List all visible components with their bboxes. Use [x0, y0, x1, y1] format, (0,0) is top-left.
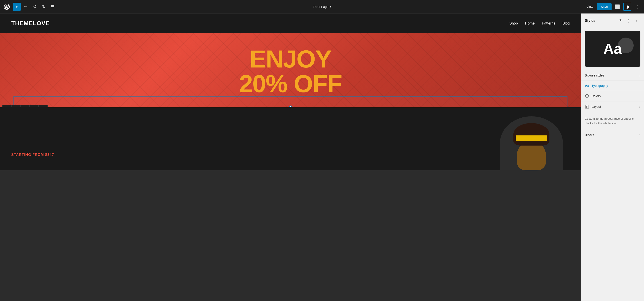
panel-more-button[interactable]: ⋮: [625, 17, 632, 24]
browse-styles-label: Browse styles: [585, 73, 604, 77]
list-icon: ☰: [51, 4, 54, 9]
layout-item[interactable]: Layout ›: [581, 101, 644, 112]
layout-icon: [585, 105, 589, 109]
view-button[interactable]: View: [584, 3, 595, 10]
page-title-label: Front Page: [313, 5, 328, 8]
site-logo: THEMELOVE: [11, 20, 50, 27]
plus-icon: +: [16, 5, 18, 9]
style-preview-card[interactable]: Aa: [585, 31, 640, 67]
colors-item[interactable]: Colors: [581, 91, 644, 101]
list-view-button[interactable]: ☰: [49, 3, 57, 11]
hero-line-2: 20% OFF: [11, 71, 570, 96]
styles-toggle-button[interactable]: ◑: [623, 3, 632, 11]
typography-icon: Aa: [585, 84, 589, 87]
right-panel: Styles 👁 ⋮ › Aa Browse styles ›: [581, 13, 644, 301]
style-preview-text: Aa: [604, 40, 622, 57]
eye-icon: 👁: [619, 19, 622, 23]
undo-icon: ↺: [33, 4, 36, 9]
panel-title: Styles: [585, 19, 595, 23]
svg-point-2: [586, 94, 589, 98]
panel-description: Customize the appearance of specific blo…: [581, 112, 644, 130]
nav-home[interactable]: Home: [525, 21, 535, 25]
copy-block-button[interactable]: ⧉: [2, 105, 12, 107]
panel-expand-icon: ›: [636, 18, 638, 23]
redo-button[interactable]: ↻: [40, 3, 48, 11]
site-header: THEMELOVE Shop Home Patterns Blog: [0, 13, 581, 33]
colors-icon: [585, 94, 589, 98]
blocks-item[interactable]: Blocks ›: [581, 130, 644, 140]
site-navigation: Shop Home Patterns Blog: [509, 21, 570, 25]
panel-header-actions: 👁 ⋮ ›: [617, 17, 640, 24]
browse-styles-chevron: ›: [639, 73, 640, 77]
panel-expand-button[interactable]: ›: [633, 17, 640, 24]
pen-icon: ✏: [24, 4, 27, 9]
expand-block-button[interactable]: ⤢: [12, 105, 20, 107]
drag-block-button[interactable]: ⠿: [20, 105, 30, 107]
person-image: [500, 116, 563, 170]
undo-button[interactable]: ↺: [30, 3, 39, 11]
hero-banner: ENJOY 20% OFF ⧉ ⤢ ⠿ ∧∨ ⋮: [0, 33, 581, 107]
description-text: Customize the appearance of specific blo…: [585, 117, 634, 125]
draw-tool-button[interactable]: ✏: [22, 3, 30, 11]
layout-chevron: ›: [639, 105, 640, 108]
preview-icon: ⬜: [615, 4, 620, 9]
colors-label: Colors: [592, 94, 600, 98]
nav-shop[interactable]: Shop: [509, 21, 518, 25]
page-title-button[interactable]: Front Page ▾: [310, 3, 333, 10]
panel-header: Styles 👁 ⋮ ›: [581, 13, 644, 27]
block-toolbar: ⧉ ⤢ ⠿ ∧∨ ⋮: [2, 105, 48, 107]
below-hero-section: STARTING FROM $347: [0, 107, 581, 170]
block-resize-handle[interactable]: [289, 105, 292, 107]
svg-rect-3: [586, 105, 589, 108]
toolbar-left-group: + ✏ ↺ ↻ ☰: [3, 3, 57, 11]
blocks-label: Blocks: [585, 133, 594, 137]
typography-label: Typography: [592, 84, 608, 87]
starting-from-text: STARTING FROM $347: [11, 153, 54, 161]
hero-line-1: ENJOY: [11, 46, 570, 71]
panel-more-icon: ⋮: [627, 18, 631, 23]
wp-logo-button[interactable]: [3, 3, 11, 11]
layout-label: Layout: [592, 105, 601, 108]
page-title-area: Front Page ▾: [310, 3, 333, 10]
styles-preview-button[interactable]: 👁: [617, 17, 624, 24]
browse-styles-item[interactable]: Browse styles ›: [581, 70, 644, 80]
chevron-down-icon: ▾: [330, 5, 331, 8]
person-figure: [511, 123, 552, 170]
more-icon: ⋮: [635, 4, 639, 9]
block-more-button[interactable]: ⋮: [38, 105, 48, 107]
redo-icon: ↻: [42, 4, 46, 9]
save-button[interactable]: Save: [597, 3, 612, 10]
hero-title: ENJOY 20% OFF: [11, 46, 570, 96]
main-layout: THEMELOVE Shop Home Patterns Blog ENJOY …: [0, 13, 644, 301]
preview-mode-button[interactable]: ⬜: [614, 3, 622, 11]
typography-item[interactable]: Aa Typography: [581, 80, 644, 91]
main-toolbar: + ✏ ↺ ↻ ☰ Front Page ▾ View Save ⬜: [0, 0, 644, 13]
blocks-chevron: ›: [639, 133, 640, 137]
move-block-button[interactable]: ∧∨: [30, 105, 38, 107]
selected-block-outline[interactable]: [14, 96, 568, 107]
styles-icon: ◑: [626, 4, 629, 9]
toolbar-right-group: View Save ⬜ ◑ ⋮: [584, 3, 641, 11]
nav-blog[interactable]: Blog: [562, 21, 570, 25]
person-headband: [516, 135, 547, 141]
nav-patterns[interactable]: Patterns: [542, 21, 555, 25]
add-block-button[interactable]: +: [12, 3, 21, 11]
more-options-button[interactable]: ⋮: [633, 3, 641, 11]
person-hair: [514, 123, 550, 146]
canvas-area[interactable]: THEMELOVE Shop Home Patterns Blog ENJOY …: [0, 13, 581, 301]
